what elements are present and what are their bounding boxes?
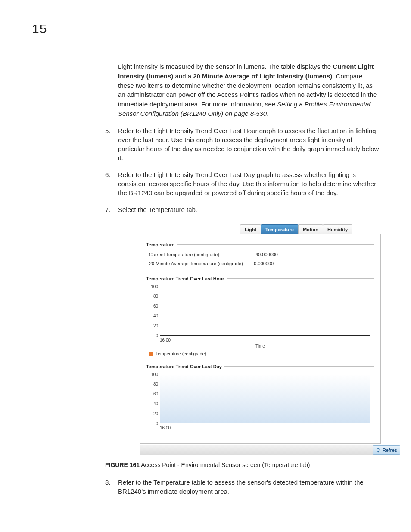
text-bold: Temperature — [153, 479, 190, 486]
x-axis-label: Time — [146, 344, 374, 348]
group-temperature-values: Temperature Current Temperature (centigr… — [146, 242, 374, 268]
table-row: Current Temperature (centigrade) -40.000… — [146, 250, 374, 259]
legend-label: Temperature (centigrade) — [156, 351, 206, 356]
cell-value: 0.000000 — [251, 259, 374, 268]
panel-bottom-bar: Refres — [140, 445, 381, 455]
chart-legend: Temperature (centigrade) — [149, 351, 374, 356]
figure-caption: FIGURE 161 Access Point - Environmental … — [105, 461, 379, 468]
y-tick: 80 — [146, 294, 158, 299]
x-tick: 16:00 — [160, 426, 171, 430]
refresh-label: Refres — [383, 448, 397, 453]
text-bold: Temperature — [149, 206, 185, 213]
y-tick: 20 — [146, 323, 158, 328]
screenshot-environmental-sensor: Light Temperature Motion Humidity Temper… — [140, 223, 381, 455]
text: . — [267, 110, 268, 117]
step-8: 8. Refer to the Temperature table to ass… — [105, 478, 379, 496]
step-7: 7. Select the Temperature tab. — [105, 205, 379, 214]
temperature-table: Current Temperature (centigrade) -40.000… — [146, 250, 374, 268]
tab-temperature[interactable]: Temperature — [261, 224, 299, 234]
group-trend-day: Temperature Trend Over Last Day 100 80 6… — [146, 364, 374, 436]
step-5: 5. Refer to the Light Intensity Trend Ov… — [105, 126, 379, 162]
text: tab. — [185, 206, 197, 213]
text-bold: 20 Minute Average of Light Intensity (lu… — [193, 72, 332, 80]
page-number: 15 — [32, 22, 379, 36]
tab-humidity[interactable]: Humidity — [323, 224, 352, 234]
chart-trend-hour: 100 80 60 40 20 0 16:00 Time — [146, 284, 374, 348]
legend-swatch-icon — [149, 352, 153, 356]
refresh-button[interactable]: Refres — [373, 445, 400, 455]
x-tick: 16:00 — [160, 338, 171, 342]
y-tick: 0 — [146, 333, 158, 338]
step-number: 8. — [105, 478, 111, 487]
text: Light intensity is measured by the senso… — [118, 63, 333, 70]
y-tick: 100 — [146, 284, 158, 289]
step-number: 6. — [105, 170, 111, 179]
text-bold: Light Intensity Trend Over Last Hour — [154, 127, 258, 134]
step-number: 5. — [105, 126, 111, 135]
chart-plot-area — [160, 374, 370, 423]
divider — [227, 278, 374, 279]
chart-plot-area — [160, 286, 370, 336]
text-bold: Light Intensity Trend Over Last Day — [154, 171, 255, 178]
y-tick: 40 — [146, 401, 158, 406]
refresh-icon — [376, 448, 381, 453]
cell-value: -40.000000 — [251, 250, 374, 259]
y-tick: 0 — [146, 421, 158, 426]
tab-light[interactable]: Light — [240, 224, 261, 234]
cell-label: 20 Minute Average Temperature (centigrad… — [146, 259, 251, 268]
divider — [177, 244, 374, 245]
divider — [224, 366, 374, 367]
text: Select the — [118, 206, 149, 213]
group-trend-hour: Temperature Trend Over Last Hour 100 80 … — [146, 276, 374, 356]
cell-label: Current Temperature (centigrade) — [146, 250, 251, 259]
group-title: Temperature — [146, 242, 174, 247]
figure-text: Access Point - Environmental Sensor scre… — [140, 461, 310, 468]
group-title: Temperature Trend Over Last Day — [146, 364, 222, 369]
text: and a — [173, 72, 193, 80]
table-row: 20 Minute Average Temperature (centigrad… — [146, 259, 374, 268]
group-title: Temperature Trend Over Last Hour — [146, 276, 224, 281]
text: Refer to the — [118, 127, 154, 134]
y-tick: 80 — [146, 382, 158, 386]
panel-temperature: Temperature Current Temperature (centigr… — [140, 234, 381, 444]
text: Refer to the — [118, 479, 153, 486]
tab-motion[interactable]: Motion — [298, 224, 323, 234]
y-tick: 60 — [146, 304, 158, 308]
step-number: 7. — [105, 205, 111, 214]
y-tick: 60 — [146, 392, 158, 396]
y-tick: 20 — [146, 411, 158, 416]
step-6: 6. Refer to the Light Intensity Trend Ov… — [105, 170, 379, 197]
tabs-row: Light Temperature Motion Humidity — [140, 223, 381, 234]
y-tick: 100 — [146, 372, 158, 376]
figure-label: FIGURE 161 — [105, 461, 140, 468]
text: Refer to the — [118, 171, 154, 178]
intro-paragraph: Light intensity is measured by the senso… — [118, 62, 379, 118]
y-tick: 40 — [146, 313, 158, 318]
chart-trend-day: 100 80 60 40 20 0 16:00 — [146, 372, 374, 436]
